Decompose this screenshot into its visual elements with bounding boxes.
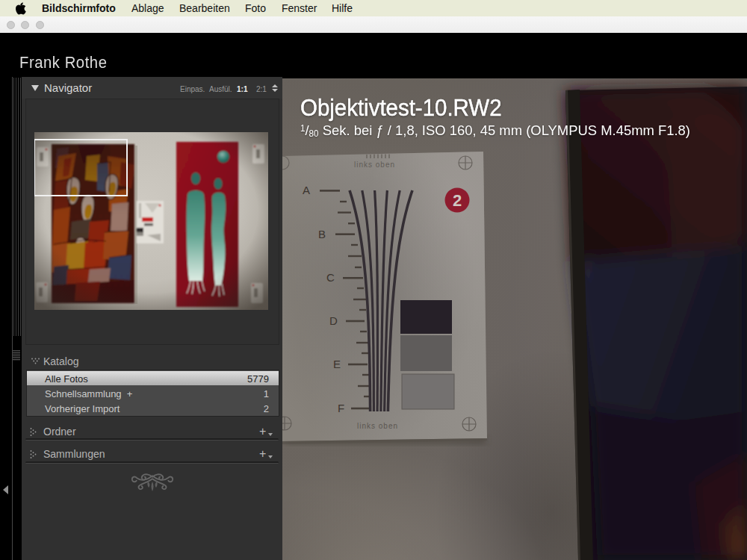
- svg-text:links oben: links oben: [357, 422, 398, 430]
- svg-text:E: E: [333, 358, 341, 370]
- svg-text:2: 2: [453, 191, 462, 210]
- svg-text:B: B: [318, 228, 326, 240]
- svg-text:A: A: [303, 184, 310, 196]
- svg-text:links oben: links oben: [354, 161, 395, 169]
- svg-text:C: C: [326, 271, 335, 284]
- svg-text:F: F: [338, 402, 344, 414]
- svg-text:D: D: [329, 314, 338, 327]
